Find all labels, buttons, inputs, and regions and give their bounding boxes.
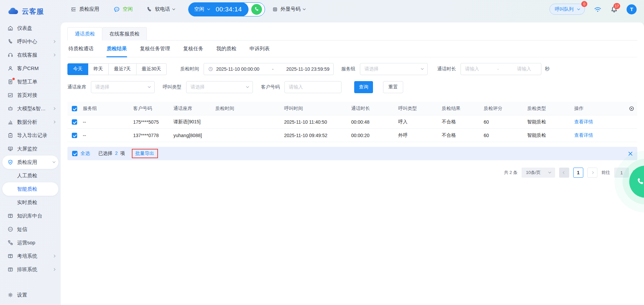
subtab-qc-results[interactable]: 质检结果 <box>106 41 127 57</box>
range-last30-button[interactable]: 最近30天 <box>136 63 167 75</box>
cell-agent: 谭新语[9015] <box>173 119 215 125</box>
user-icon <box>7 65 13 71</box>
bulk-export-link[interactable]: 批量导出 <box>136 150 154 157</box>
sidebar-item-online-service[interactable]: 在线客服 <box>2 48 58 62</box>
page-size-select[interactable]: 10条/页 <box>522 168 555 178</box>
sidebar-item-knowledge-base[interactable]: 知识库中台 <box>2 209 58 223</box>
call-type-placeholder: 请选择 <box>191 84 205 90</box>
sidebar-item-label: 数据分析 <box>17 119 49 125</box>
current-page-button[interactable]: 1 <box>573 168 583 178</box>
sidebar-item-smart-ticket[interactable]: 智慧工单 <box>2 75 58 88</box>
user-avatar[interactable]: T <box>627 4 637 14</box>
sidebar-item-training[interactable]: 考培系统 <box>2 249 58 263</box>
qc-time-range-input[interactable]: 2025-11-10 00:00:00 - 2025-11-10 23:59:5… <box>204 63 334 75</box>
subtab-appeal-list[interactable]: 申诉列表 <box>249 41 270 57</box>
sidebar-item-dashboard[interactable]: 仪表盘 <box>2 21 58 35</box>
sidebar-item-label: 实时质检 <box>17 199 55 206</box>
network-wifi-icon[interactable] <box>594 5 602 13</box>
monitor-icon <box>7 146 13 152</box>
sidebar-item-label: 设置 <box>17 292 55 298</box>
notifications-button[interactable]: 17 <box>610 6 618 13</box>
selection-bar: 全选 已选择 2 项 批量导出 <box>67 147 637 160</box>
reset-button[interactable]: 重置 <box>383 81 403 93</box>
subtab-pending-qc-calls[interactable]: 待质检通话 <box>68 41 94 57</box>
cell-action: 查看详情 <box>574 119 611 125</box>
sidebar-item-sms[interactable]: 短信 <box>2 223 58 236</box>
close-selection-icon[interactable] <box>628 151 633 156</box>
sidebar-item-call-center[interactable]: 呼叫中心 <box>2 35 58 48</box>
call-queue-select[interactable]: 呼叫队列 0 <box>549 4 585 15</box>
softphone-icon <box>146 6 152 12</box>
service-group-select[interactable]: 请选择 <box>360 63 428 75</box>
select-all-checkbox[interactable] <box>72 151 77 156</box>
column-header-agent: 通话座席 <box>173 106 215 112</box>
collapse-menu-icon[interactable] <box>70 6 76 12</box>
range-today-button[interactable]: 今天 <box>67 63 88 75</box>
customer-number-input[interactable]: 请输入 <box>284 81 341 93</box>
display-number-select[interactable]: 外显号码 <box>272 6 305 12</box>
clipboard-icon <box>7 132 13 138</box>
sidebar-item-customer-crm[interactable]: 客户CRM <box>2 62 58 75</box>
sidebar-item-settings[interactable]: 设置 <box>2 288 58 302</box>
sidebar-item-data-analysis[interactable]: 数据分析 <box>2 115 58 129</box>
sidebar-item-big-screen[interactable]: 大屏监控 <box>2 142 58 156</box>
sidebar-item-manual-qc[interactable]: 人工质检 <box>2 169 58 182</box>
row-checkbox[interactable] <box>72 119 77 125</box>
subtab-review-task-mgmt[interactable]: 复核任务管理 <box>140 41 170 57</box>
cell-service-group: -- <box>83 119 133 125</box>
queue-count-badge: 0 <box>581 1 587 7</box>
duration-range-input[interactable]: 请输入 - 请输入 <box>461 63 541 75</box>
sidebar-item-label: 智能质检 <box>17 186 55 192</box>
agent-placeholder: 请选择 <box>95 84 109 90</box>
sidebar-item-homepage-link[interactable]: 首页对接 <box>2 88 58 102</box>
cell-call-time: 2025-11-10 11:40:50 <box>284 119 351 125</box>
sidebar-item-label: 考培系统 <box>17 253 49 259</box>
row-checkbox[interactable] <box>72 133 77 138</box>
sidebar-item-operation-sop[interactable]: 运营sop <box>2 236 58 249</box>
sidebar-item-qc-app[interactable]: 质检应用 <box>2 156 58 169</box>
tab-online-qc[interactable]: 在线客服质检 <box>102 27 147 41</box>
chevron-down-icon <box>577 7 580 10</box>
column-settings-icon[interactable] <box>629 106 637 112</box>
book2-icon <box>7 266 13 272</box>
sidebar-item-label: 运营sop <box>17 240 55 246</box>
call-type-select[interactable]: 请选择 <box>186 81 253 93</box>
chevron-down-icon <box>53 160 55 163</box>
cell-qc-result: 不合格 <box>442 132 484 138</box>
row-checkbox-cell <box>67 133 83 138</box>
cell-call-time: 2025-11-10 09:49:52 <box>284 133 351 138</box>
view-details-link[interactable]: 查看详情 <box>574 119 593 124</box>
sidebar-item-smart-qc[interactable]: 智能质检 <box>2 182 58 196</box>
sidebar-item-llm-agent[interactable]: 大模型&智能体 <box>2 102 58 115</box>
agent-status-select[interactable]: 空闲 00:34:14 <box>189 2 249 16</box>
goto-page-input[interactable]: 1 <box>614 168 629 178</box>
sidebar-item-import-export[interactable]: 导入导出记录 <box>2 129 58 142</box>
range-yesterday-button[interactable]: 昨天 <box>88 63 109 75</box>
cell-duration: 00:00:48 <box>351 119 398 125</box>
row-checkbox-cell <box>67 119 83 125</box>
display-number-icon <box>272 7 278 12</box>
gear-icon <box>7 292 13 298</box>
book2-icon <box>7 213 13 219</box>
sidebar-item-scheduling[interactable]: 排班系统 <box>2 263 58 276</box>
app-title: 质检应用 <box>79 6 99 12</box>
select-all-label[interactable]: 全选 <box>80 150 90 157</box>
cell-agent: yuhang[8088] <box>173 133 215 138</box>
select-all-checkbox[interactable] <box>72 106 77 111</box>
softphone-select[interactable]: 软电话 <box>146 6 175 12</box>
chat-status[interactable]: 空闲 <box>113 6 133 13</box>
subtab-my-qc[interactable]: 我的质检 <box>216 41 237 57</box>
next-page-button[interactable] <box>587 168 597 178</box>
range-last7-button[interactable]: 最近7天 <box>108 63 137 75</box>
view-details-link[interactable]: 查看详情 <box>574 132 593 138</box>
qc-time-label: 质检时间 <box>180 66 199 72</box>
tab-call-qc[interactable]: 通话质检 <box>67 27 102 41</box>
date-separator: - <box>262 66 283 72</box>
search-button[interactable]: 查询 <box>354 81 373 93</box>
subtab-review-tasks[interactable]: 复核任务 <box>183 41 204 57</box>
agent-select[interactable]: 请选择 <box>91 81 155 93</box>
sidebar-item-realtime-qc[interactable]: 实时质检 <box>2 196 58 209</box>
prev-page-button[interactable] <box>559 168 569 178</box>
dial-button[interactable] <box>251 4 262 15</box>
column-header-duration: 通话时长 <box>351 106 398 112</box>
